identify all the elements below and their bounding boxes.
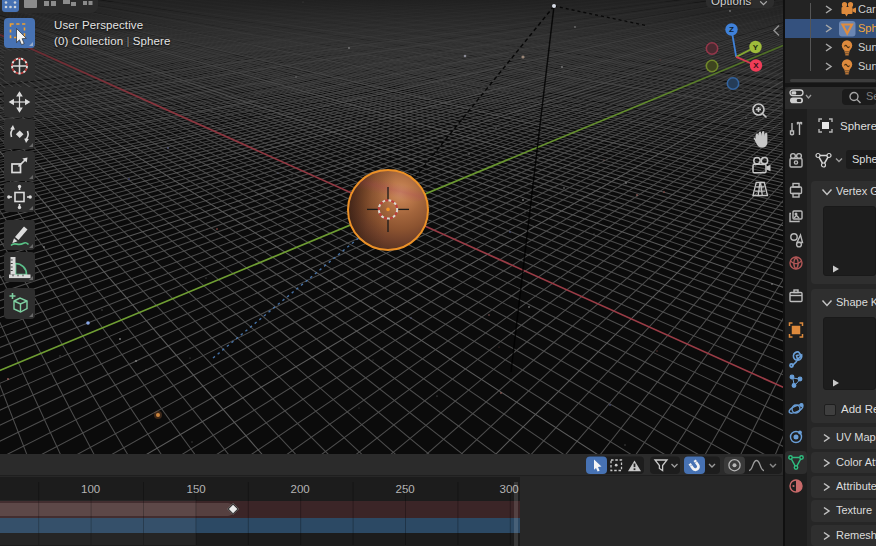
svg-text:X: X (753, 61, 759, 70)
svg-text:Z: Z (729, 25, 734, 34)
svg-text:Y: Y (753, 43, 759, 52)
